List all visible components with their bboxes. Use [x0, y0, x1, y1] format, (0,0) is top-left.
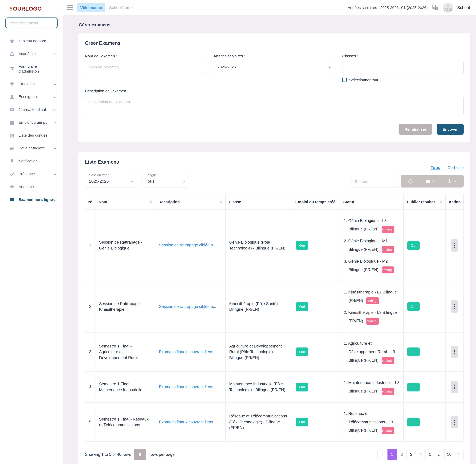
chevron-down-icon [54, 52, 57, 55]
description-ellipsis: ... [213, 304, 216, 309]
sort-icon[interactable] [440, 200, 442, 203]
sidebar-item-examen-hors-ligne[interactable]: Examen hors ligne [0, 193, 63, 206]
reset-button[interactable]: Réinitialiser [398, 124, 432, 135]
row-actions-button[interactable] [451, 239, 458, 251]
export-button[interactable] [447, 179, 457, 184]
chevron-down-icon [182, 180, 185, 183]
select-all-checkbox[interactable] [342, 78, 347, 82]
sidebar-item-devoir-etudiant[interactable]: Devoir étudiant [0, 142, 63, 155]
row-number: 2 [85, 281, 95, 332]
book-icon [9, 197, 14, 202]
avatar[interactable]: NO IMAGE AVAILABLE [443, 2, 453, 13]
schedule-created-badge: Oui [296, 383, 308, 391]
pending-badge: Pending [382, 266, 394, 273]
language-label: Langue [144, 173, 158, 177]
next-page-button[interactable]: › [454, 449, 463, 460]
sort-icon[interactable] [149, 200, 152, 203]
exam-class-cell: Maintenance Industrielle (Pôle Technolog… [225, 372, 292, 402]
column-header[interactable]: Description [155, 194, 225, 210]
avatar-placeholder-line2: AVAILABLE [444, 9, 452, 11]
menu-search-input[interactable] [5, 18, 58, 28]
session-year-label: Session Year [87, 173, 110, 177]
publish-result-badge: Oui [407, 241, 420, 250]
bank-icon [9, 51, 14, 56]
sidebar-item-emploi-du-temps[interactable]: Emploi du temps [0, 116, 63, 129]
row-actions-button[interactable] [451, 346, 458, 358]
description-link[interactable]: Examens finaux couvrant l’ens [159, 420, 213, 424]
classes-multiselect[interactable] [342, 61, 464, 74]
status-item: 1. Réseaux et Télécommunications - L3 Bi… [344, 409, 400, 435]
school-years-select[interactable]: 2025-2026 [214, 61, 335, 73]
sort-icon[interactable] [220, 200, 222, 203]
chevron-down-icon [54, 198, 57, 201]
refresh-button[interactable] [408, 179, 413, 184]
page-button-1[interactable]: 1 [387, 449, 397, 460]
exam-description-textarea[interactable] [85, 96, 464, 115]
page-size-dropdown[interactable]: 5 [134, 449, 146, 460]
form-icon [9, 66, 14, 71]
rows-per-page-label: rows per page [149, 452, 175, 457]
required-mark: * [116, 54, 117, 58]
exam-class-cell: Génie Biologique (Pôle Technologie) - Bi… [225, 210, 292, 281]
sidebar-item-admission-form[interactable]: Formulaire d’admission [0, 60, 63, 77]
download-icon [447, 179, 452, 184]
publish-result-badge: Oui [407, 418, 420, 426]
sidebar-menu: Tableau de bord Académie Formulaire d’ad… [0, 34, 63, 206]
description-link[interactable]: Examens finaux couvrant l’ens [159, 385, 213, 389]
graduation-cap-icon [9, 81, 14, 87]
school-years-label: Années scolaires * [214, 54, 335, 58]
session-year-select[interactable]: Session Year 2025-2026 [85, 175, 136, 187]
chevron-down-icon [54, 108, 57, 111]
trash-link[interactable]: Corbeille [447, 165, 464, 170]
page-button-4[interactable]: 4 [416, 449, 425, 460]
status-item: 1. Maintenance Industrielle - L3 Bilingu… [344, 379, 400, 395]
table-row: 3 Semestre 1 Final - Agriculture et Déve… [85, 332, 464, 372]
exam-name-input[interactable] [85, 61, 206, 73]
column-header[interactable]: Nom [95, 194, 155, 210]
megaphone-icon [9, 184, 14, 189]
sidebar-item-liste-conges[interactable]: Liste des congés [0, 129, 63, 142]
description-link[interactable]: Session de rattrapage ciblée p [159, 304, 213, 309]
sidebar-item-presence[interactable]: Présence [0, 168, 63, 180]
session-year-value: 2025-2026 [89, 179, 109, 184]
hamburger-menu-icon[interactable] [67, 5, 73, 10]
language-value: Tous [146, 179, 154, 184]
clear-cache-button[interactable]: Vider cache [77, 3, 105, 12]
page-button-...[interactable]: ... [435, 449, 444, 460]
sidebar-item-academie[interactable]: Académie [0, 47, 63, 60]
columns-button[interactable] [425, 179, 435, 184]
exam-name-label: Nom de l’examen * [85, 54, 206, 58]
status-list: 1. Maintenance Industrielle - L3 Bilingu… [344, 379, 400, 395]
column-header: Classe [225, 194, 292, 210]
classes-label: Classes * [342, 54, 464, 58]
status-item: 3. Génie Biologique - M2 Bilingue (FR/EN… [344, 257, 400, 274]
column-header[interactable]: Publier résultat [404, 194, 445, 210]
image-placeholder-icon [446, 4, 450, 8]
page-button-5[interactable]: 5 [425, 449, 435, 460]
view-all-link[interactable]: Tous [431, 165, 440, 170]
translate-icon[interactable]: A [432, 4, 439, 11]
row-actions-button[interactable] [451, 300, 458, 313]
sidebar-item-journal-etudiant[interactable]: Journal étudiant [0, 103, 63, 116]
submit-button[interactable]: Envoyer [437, 124, 464, 135]
table-row: 1 Session de Rattrapage - Génie Biologiq… [85, 210, 464, 281]
envelope-icon [9, 107, 14, 112]
sidebar-item-dashboard[interactable]: Tableau de bord [0, 34, 63, 47]
previous-page-button[interactable]: ‹ [378, 449, 387, 460]
description-link[interactable]: Examens finaux couvrant l’ens [159, 349, 213, 354]
sidebar-item-enseignant[interactable]: Enseignant [0, 90, 63, 103]
sidebar-item-notification[interactable]: Notification [0, 155, 63, 168]
page-button-3[interactable]: 3 [406, 449, 416, 460]
description-link[interactable]: Session de rattrapage ciblée p [159, 243, 213, 247]
page-button-2[interactable]: 2 [397, 449, 406, 460]
pending-badge: Pending [382, 427, 394, 434]
sidebar-item-annonce[interactable]: Annonce [0, 180, 63, 193]
schedule-created-badge: Oui [296, 348, 308, 356]
row-actions-button[interactable] [451, 416, 458, 428]
page-button-10[interactable]: 10 [444, 449, 454, 460]
row-actions-button[interactable] [451, 381, 458, 393]
required-mark: * [244, 54, 246, 58]
sidebar-item-etudiants[interactable]: Étudiants [0, 77, 63, 90]
language-select[interactable]: Langue Tous [142, 175, 188, 187]
table-search-input[interactable] [351, 175, 400, 187]
